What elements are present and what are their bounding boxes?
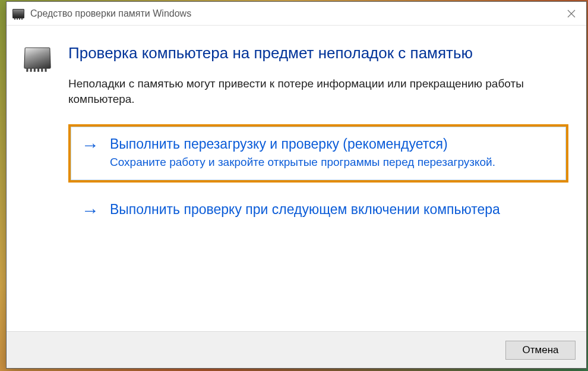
arrow-right-icon: → — [81, 202, 99, 219]
close-icon — [567, 10, 576, 18]
memory-chip-icon — [24, 48, 50, 69]
option-description: Сохраните работу и закройте открытые про… — [110, 155, 495, 170]
dialog-footer: Отмена — [7, 331, 586, 368]
option-restart-now[interactable]: → Выполнить перезагрузку и проверку (рек… — [68, 124, 568, 183]
dialog-description: Неполадки с памятью могут привести к пот… — [68, 76, 568, 108]
window-title: Средство проверки памяти Windows — [30, 8, 557, 19]
titlebar: Средство проверки памяти Windows — [7, 2, 586, 26]
close-button[interactable] — [557, 2, 586, 26]
option-title: Выполнить проверку при следующем включен… — [110, 200, 500, 219]
option-text: Выполнить перезагрузку и проверку (реком… — [110, 135, 495, 170]
option-text: Выполнить проверку при следующем включен… — [110, 200, 500, 220]
dialog-heading: Проверка компьютера на предмет неполадок… — [68, 43, 568, 63]
memory-chip-icon — [12, 9, 24, 18]
arrow-right-icon: → — [81, 136, 99, 154]
dialog-content: Проверка компьютера на предмет неполадок… — [7, 26, 586, 331]
cancel-button[interactable]: Отмена — [505, 341, 576, 360]
option-check-next-boot[interactable]: → Выполнить проверку при следующем включ… — [68, 190, 568, 233]
memory-diagnostic-dialog: Средство проверки памяти Windows Проверк… — [6, 1, 587, 369]
option-title: Выполнить перезагрузку и проверку (реком… — [110, 135, 495, 153]
dialog-body: Проверка компьютера на предмет неполадок… — [68, 43, 568, 325]
